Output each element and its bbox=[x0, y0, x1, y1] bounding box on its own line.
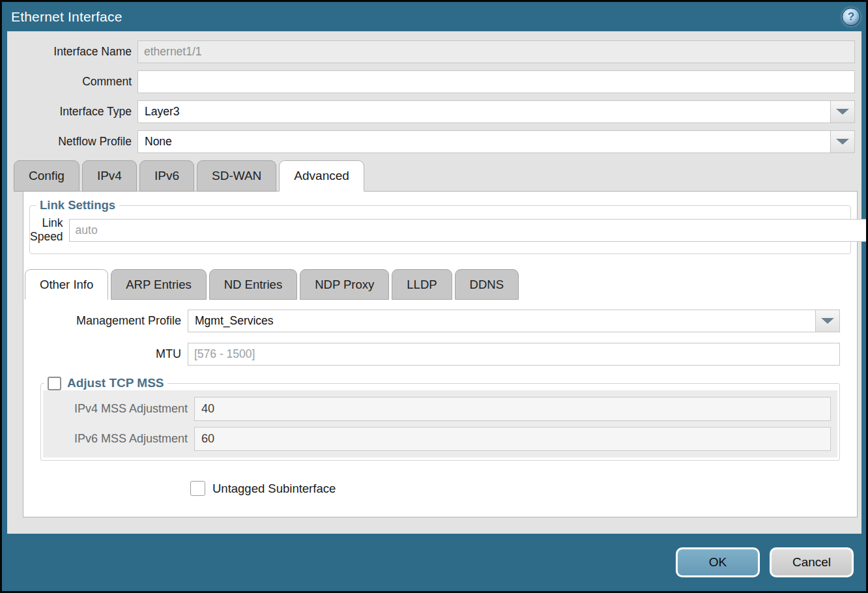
tab-ipv6[interactable]: IPv6 bbox=[139, 160, 194, 192]
cancel-button[interactable]: Cancel bbox=[770, 547, 854, 577]
mtu-row: MTU bbox=[23, 343, 840, 366]
management-profile-row: Management Profile Mgmt_Services bbox=[23, 310, 840, 332]
ipv4-mss-label: IPv4 MSS Adjustment bbox=[43, 402, 194, 416]
netflow-profile-row: Netflow Profile None bbox=[7, 130, 855, 153]
ethernet-interface-dialog: Ethernet Interface ? Interface Name Comm… bbox=[0, 0, 868, 593]
tab-sdwan[interactable]: SD-WAN bbox=[197, 160, 276, 192]
ok-button[interactable]: OK bbox=[676, 547, 760, 577]
netflow-profile-label: Netflow Profile bbox=[7, 135, 137, 149]
main-tabbar: Config IPv4 IPv6 SD-WAN Advanced bbox=[7, 160, 861, 192]
top-form: Interface Name Comment Interface Type La… bbox=[7, 31, 861, 153]
netflow-profile-dropdown[interactable]: None bbox=[137, 130, 855, 153]
adjust-tcp-mss-checkbox[interactable] bbox=[48, 377, 61, 390]
adjust-tcp-mss-legend: Adjust TCP MSS bbox=[44, 376, 167, 390]
chevron-down-icon bbox=[821, 318, 834, 324]
interface-name-label: Interface Name bbox=[7, 45, 137, 59]
mss-fields-band: IPv4 MSS Adjustment IPv6 MSS Adjustment bbox=[43, 390, 837, 457]
management-profile-label: Management Profile bbox=[23, 314, 188, 328]
untagged-subinterface-label: Untagged Subinterface bbox=[212, 482, 336, 496]
untagged-subinterface-checkbox[interactable] bbox=[190, 481, 205, 496]
tab-advanced[interactable]: Advanced bbox=[279, 160, 364, 192]
ipv4-mss-row: IPv4 MSS Adjustment bbox=[43, 394, 837, 424]
netflow-profile-value: None bbox=[138, 131, 830, 152]
management-profile-value: Mgmt_Services bbox=[188, 310, 815, 332]
interface-type-value: Layer3 bbox=[138, 101, 830, 123]
titlebar: Ethernet Interface ? bbox=[2, 2, 866, 31]
ipv6-mss-label: IPv6 MSS Adjustment bbox=[43, 432, 194, 446]
tab-other-info[interactable]: Other Info bbox=[25, 269, 108, 300]
interface-type-dropdown-button[interactable] bbox=[830, 101, 854, 123]
chevron-down-icon bbox=[836, 109, 849, 115]
interface-name-input bbox=[137, 40, 855, 63]
tab-nd-entries[interactable]: ND Entries bbox=[209, 269, 297, 300]
management-profile-dropdown[interactable]: Mgmt_Services bbox=[188, 310, 840, 332]
other-info-panel: Management Profile Mgmt_Services MTU bbox=[23, 310, 857, 496]
ipv6-mss-row: IPv6 MSS Adjustment bbox=[43, 424, 837, 454]
tab-ndp-proxy[interactable]: NDP Proxy bbox=[300, 269, 389, 300]
link-settings-group: Link Settings Link Speed Link Duplex Lin… bbox=[29, 198, 851, 254]
mtu-label: MTU bbox=[23, 347, 188, 361]
chevron-down-icon bbox=[836, 139, 849, 145]
ipv4-mss-input bbox=[194, 397, 831, 421]
link-speed-label: Link Speed bbox=[30, 216, 69, 244]
link-settings-legend: Link Settings bbox=[36, 198, 119, 212]
tab-ipv4[interactable]: IPv4 bbox=[82, 160, 137, 192]
advanced-tab-panel: Link Settings Link Speed Link Duplex Lin… bbox=[23, 191, 858, 517]
mtu-input[interactable] bbox=[188, 343, 840, 366]
tab-ddns[interactable]: DDNS bbox=[455, 269, 519, 300]
dialog-body: Interface Name Comment Interface Type La… bbox=[7, 31, 861, 534]
adjust-tcp-mss-group: Adjust TCP MSS IPv4 MSS Adjustment IPv6 … bbox=[40, 376, 840, 461]
inner-tabbar: Other Info ARP Entries ND Entries NDP Pr… bbox=[23, 269, 857, 300]
comment-input[interactable] bbox=[137, 70, 855, 93]
interface-type-label: Interface Type bbox=[7, 105, 137, 119]
link-settings-row: Link Speed Link Duplex Link State auto bbox=[30, 214, 850, 244]
dialog-title: Ethernet Interface bbox=[11, 9, 123, 25]
interface-name-row: Interface Name bbox=[7, 40, 855, 63]
comment-label: Comment bbox=[7, 75, 137, 89]
interface-type-row: Interface Type Layer3 bbox=[7, 100, 855, 123]
untagged-subinterface-row: Untagged Subinterface bbox=[190, 481, 857, 496]
help-icon[interactable]: ? bbox=[842, 8, 860, 26]
comment-row: Comment bbox=[7, 70, 855, 93]
adjust-tcp-mss-label: Adjust TCP MSS bbox=[67, 376, 164, 390]
tab-arp-entries[interactable]: ARP Entries bbox=[111, 269, 206, 300]
tab-config[interactable]: Config bbox=[14, 160, 80, 192]
link-speed-input[interactable] bbox=[69, 219, 868, 242]
netflow-profile-dropdown-button[interactable] bbox=[830, 131, 854, 152]
ipv6-mss-input bbox=[194, 427, 831, 451]
footer: OK Cancel bbox=[2, 534, 866, 591]
tab-lldp[interactable]: LLDP bbox=[392, 269, 452, 300]
interface-type-dropdown[interactable]: Layer3 bbox=[137, 100, 855, 123]
management-profile-dropdown-button[interactable] bbox=[815, 310, 839, 332]
